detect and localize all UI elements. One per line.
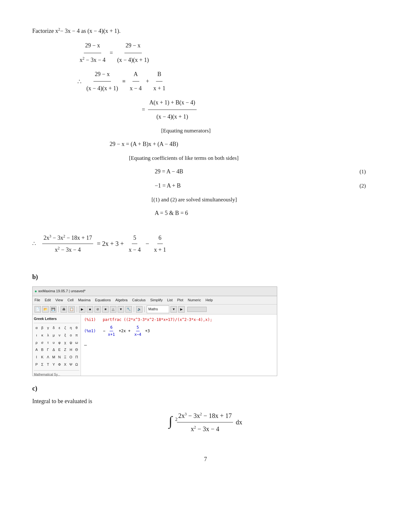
toolbar-dropdown-arrow[interactable]: ▼	[171, 306, 177, 313]
toolbar-open[interactable]: 📂	[42, 306, 49, 313]
toolbar-b2[interactable]: ⊘	[94, 306, 101, 313]
greek-Iota[interactable]: Ι	[34, 354, 39, 361]
greek-Xi[interactable]: Ξ	[63, 354, 68, 361]
menu-list[interactable]: List	[166, 297, 173, 304]
maxima-main[interactable]: (%i1) partfrac ((2*x^3-3*x^2-18*x+17)/(x…	[81, 314, 277, 376]
greek-kappa[interactable]: κ	[40, 332, 45, 339]
fraction-3: 29 − x (x − 4)(x + 1)	[85, 68, 119, 95]
menu-file[interactable]: File	[34, 297, 41, 304]
greek-Zeta[interactable]: Ζ	[63, 346, 68, 353]
toolbar-save[interactable]: 💾	[50, 306, 56, 313]
toolbar-b8[interactable]: ▶	[178, 306, 185, 313]
greek-Theta[interactable]: Θ	[74, 346, 79, 353]
toolbar-sep2	[77, 306, 77, 312]
output-frac-1: 6 x+1	[107, 324, 116, 338]
fraction-combined: A(x + 1) + B(x − 4) (x − 4)(x + 1)	[148, 96, 196, 123]
greek-upsilon[interactable]: υ	[51, 339, 56, 346]
menu-equations[interactable]: Equations	[94, 297, 112, 304]
greek-Tau[interactable]: Τ	[45, 361, 51, 368]
greek-omicron[interactable]: ο	[68, 332, 74, 339]
greek-xi[interactable]: ξ	[63, 332, 68, 339]
greek-Sigma[interactable]: Σ	[40, 361, 45, 368]
toolbar-new[interactable]: 📄	[34, 306, 41, 313]
bottom-result: ∴ 2x3 − 3x2 − 18x + 17 x2 − 3x − 4 = 2x …	[32, 233, 379, 255]
greek-theta[interactable]: θ	[74, 324, 79, 332]
fraction-1: 29 − x x2 − 3x − 4	[78, 39, 107, 66]
greek-pi[interactable]: π	[74, 332, 79, 339]
greek-Alpha[interactable]: Α	[34, 346, 39, 353]
menu-numeric[interactable]: Numeric	[187, 297, 201, 304]
greek-Omega[interactable]: Ω	[74, 361, 79, 368]
toolbar-b7[interactable]: 🔉	[136, 306, 142, 313]
maxima-menubar[interactable]: File Edit View Cell Maxima Equations Alg…	[33, 296, 277, 305]
greek-Pi[interactable]: Π	[74, 354, 79, 361]
frac-6: 6 x + 1	[153, 233, 167, 255]
greek-beta[interactable]: β	[40, 324, 45, 332]
greek-delta[interactable]: δ	[51, 324, 56, 332]
menu-algebra[interactable]: Algebra	[115, 297, 128, 304]
toolbar-copy[interactable]: 📋	[68, 306, 75, 313]
greek-eta[interactable]: η	[68, 324, 74, 332]
maxima-window[interactable]: ● wxMaxima 19.05.7 | unsaved* File Edit …	[32, 286, 277, 376]
maxima-titlebar: ● wxMaxima 19.05.7 | unsaved*	[33, 287, 277, 296]
toolbar-b1[interactable]: ■	[87, 306, 93, 313]
maths-dropdown[interactable]: Maths	[147, 305, 169, 313]
greek-epsilon[interactable]: ε	[57, 324, 62, 332]
greek-Epsilon[interactable]: Ε	[57, 346, 62, 353]
menu-plot[interactable]: Plot	[177, 297, 184, 304]
greek-Mu[interactable]: Μ	[51, 354, 56, 361]
section-c-label: c)	[32, 382, 379, 394]
toolbar-b6[interactable]: 🔧	[125, 306, 132, 313]
greek-Eta[interactable]: Η	[68, 346, 74, 353]
greek-Psi[interactable]: Ψ	[68, 361, 74, 368]
greek-Kappa[interactable]: Κ	[40, 354, 45, 361]
eq-row-7: A = 5 & B = 6	[155, 207, 379, 220]
greek-Chi[interactable]: Χ	[63, 361, 68, 368]
greek-Upsilon[interactable]: Υ	[51, 361, 56, 368]
math-content: Factorize x2− 3x − 4 as (x − 4)(x + 1). …	[32, 26, 379, 464]
menu-calculus[interactable]: Calculus	[132, 297, 146, 304]
greek-nu[interactable]: ν	[57, 332, 62, 339]
greek-Rho[interactable]: Ρ	[34, 361, 39, 368]
menu-edit[interactable]: Edit	[44, 297, 52, 304]
menu-view[interactable]: View	[55, 297, 64, 304]
greek-Nu[interactable]: Ν	[57, 354, 62, 361]
menu-maxima[interactable]: Maxima	[77, 297, 91, 304]
greek-lambda[interactable]: λ	[45, 332, 51, 339]
greek-gamma[interactable]: γ	[45, 324, 51, 332]
integral-display: ∫ 2 2x3 − 3x2 − 18x + 17 x2 − 3x − 4 dx	[32, 410, 379, 435]
maxima-toolbar[interactable]: 📄 📂 💾 🖶 📋 ▶ ■ ⊘ ◾ △ ▼ 🔧 🔉 Maths ▼ ▶	[33, 305, 277, 314]
greek-zeta[interactable]: ζ	[63, 324, 68, 332]
equation-block: 29 − x x2 − 3x − 4 = 29 − x (x − 4)(x + …	[77, 39, 379, 219]
greek-rho[interactable]: ρ	[34, 339, 39, 346]
menu-simplify[interactable]: Simplify	[150, 297, 163, 304]
greek-iota[interactable]: ι	[34, 332, 39, 339]
toolbar-slider[interactable]	[187, 307, 207, 312]
greek-psi[interactable]: ψ	[68, 339, 74, 346]
menu-cell[interactable]: Cell	[67, 297, 74, 304]
greek-mu[interactable]: μ	[51, 332, 56, 339]
eq-row-note1: [Equating numerators]	[161, 125, 379, 137]
greek-grid[interactable]: α β γ δ ε ζ η θ ι κ λ μ ν ξ ο π ρ	[34, 324, 79, 368]
toolbar-run[interactable]: ▶	[79, 306, 85, 313]
greek-omega[interactable]: ω	[74, 339, 79, 346]
eq-row-note2: [Equating coefficients of like terms on …	[129, 152, 379, 164]
greek-Lambda[interactable]: Λ	[45, 354, 51, 361]
maxima-body: Greek Letters α β γ δ ε ζ η θ ι κ λ μ ν …	[33, 314, 277, 376]
greek-tau[interactable]: τ	[45, 339, 51, 346]
greek-chi[interactable]: χ	[63, 339, 68, 346]
toolbar-b5[interactable]: ▼	[118, 306, 124, 313]
toolbar-b3[interactable]: ◾	[102, 306, 109, 313]
section-b-label: b)	[32, 271, 379, 283]
greek-Phi[interactable]: Φ	[57, 361, 62, 368]
toolbar-b4[interactable]: △	[110, 306, 116, 313]
greek-sigma[interactable]: σ	[40, 339, 45, 346]
greek-Beta[interactable]: Β	[40, 346, 45, 353]
toolbar-print[interactable]: 🖶	[61, 306, 67, 313]
greek-Gamma[interactable]: Γ	[45, 346, 51, 353]
menu-help[interactable]: Help	[205, 297, 213, 304]
greek-alpha[interactable]: α	[34, 324, 39, 332]
greek-Delta[interactable]: Δ	[51, 346, 56, 353]
greek-Omicron[interactable]: Ο	[68, 354, 74, 361]
greek-phi[interactable]: φ	[57, 339, 62, 346]
